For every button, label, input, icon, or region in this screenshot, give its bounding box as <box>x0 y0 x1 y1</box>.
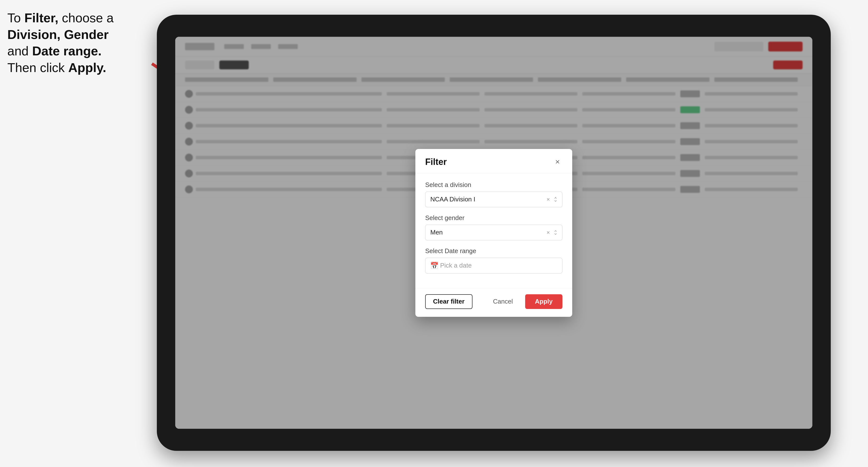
modal-close-button[interactable]: × <box>553 157 562 167</box>
modal-title: Filter <box>425 157 447 167</box>
modal-overlay: Filter × Select a division NCAA Division… <box>175 37 812 429</box>
instruction-line1: To Filter, choose a <box>7 11 114 25</box>
filter-modal: Filter × Select a division NCAA Division… <box>415 149 572 317</box>
date-placeholder: Pick a date <box>440 262 472 269</box>
cancel-button[interactable]: Cancel <box>486 294 520 309</box>
modal-header: Filter × <box>415 149 572 173</box>
division-value: NCAA Division I <box>430 195 475 203</box>
date-label: Select Date range <box>425 247 562 255</box>
instruction-bold-division: Division, Gender <box>7 27 108 42</box>
calendar-icon: 📅 <box>430 261 439 270</box>
instruction-text: To Filter, choose a Division, Gender and… <box>7 10 150 76</box>
division-arrow-icon <box>553 197 558 202</box>
division-clear-icon[interactable]: × <box>547 196 550 203</box>
division-select-wrapper[interactable]: NCAA Division I × <box>425 192 562 207</box>
instruction-line4: Then click Apply. <box>7 61 106 75</box>
modal-body: Select a division NCAA Division I × <box>415 173 572 288</box>
modal-footer-right: Cancel Apply <box>486 294 562 309</box>
division-label: Select a division <box>425 181 562 189</box>
modal-footer: Clear filter Cancel Apply <box>415 288 572 317</box>
gender-form-group: Select gender Men × <box>425 214 562 240</box>
gender-clear-icon[interactable]: × <box>547 229 550 236</box>
date-input-display[interactable]: Pick a date <box>425 258 562 274</box>
gender-label: Select gender <box>425 214 562 222</box>
gender-select-display[interactable]: Men × <box>425 225 562 240</box>
apply-button[interactable]: Apply <box>525 294 562 309</box>
tablet-frame: Filter × Select a division NCAA Division… <box>157 15 831 451</box>
gender-value: Men <box>430 228 443 236</box>
instruction-line3: and Date range. <box>7 44 101 58</box>
tablet-screen: Filter × Select a division NCAA Division… <box>175 37 812 429</box>
gender-select-wrapper[interactable]: Men × <box>425 225 562 240</box>
clear-filter-button[interactable]: Clear filter <box>425 294 472 309</box>
gender-arrow-icon <box>553 230 558 235</box>
date-form-group: Select Date range 📅 Pick a date <box>425 247 562 274</box>
division-select-display[interactable]: NCAA Division I × <box>425 192 562 207</box>
date-input-wrapper[interactable]: 📅 Pick a date <box>425 258 562 274</box>
division-form-group: Select a division NCAA Division I × <box>425 181 562 207</box>
